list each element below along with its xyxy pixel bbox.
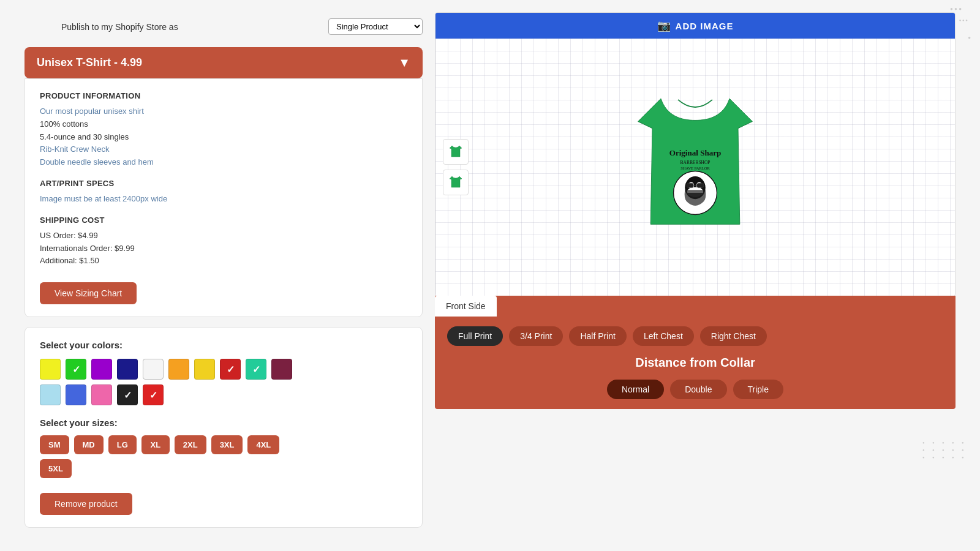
left-panel: Publish to my Shopify Store as Single Pr… [24,12,423,538]
right-panel: 📷 ADD IMAGE [435,12,956,538]
color-swatch-darkred[interactable]: ✓ [143,384,164,405]
product-info-neck: Rib-Knit Crew Neck [40,143,407,156]
front-thumb-tshirt-icon [447,143,464,160]
normal-distance-button[interactable]: Normal [607,380,664,399]
color-swatch-goldenrod[interactable] [194,359,215,380]
shipping-additional: Additional: $1.50 [40,255,407,268]
color-swatches-row-1: ✓ ✓ ✓ [40,359,407,380]
art-print-section: ART/PRINT SPECS Image must be at least 2… [40,179,407,206]
color-swatch-red[interactable]: ✓ [220,359,241,380]
print-options-row: Full Print 3/4 Print Half Print Left Che… [447,326,943,346]
size-md[interactable]: MD [74,435,104,454]
three-quarter-print-button[interactable]: 3/4 Print [509,326,563,346]
add-image-label: ADD IMAGE [676,21,734,31]
check-icon-teal: ✓ [252,364,260,375]
decorative-dots-2: ● ● ● [959,18,968,22]
decorative-dots-3: ● [968,31,971,42]
side-thumbnails [443,139,469,195]
art-print-specs-text: Image must be at least 2400px wide [40,193,407,206]
svg-text:Original Sharp: Original Sharp [669,148,721,157]
check-icon-black: ✓ [124,389,132,401]
svg-rect-9 [687,183,693,187]
publish-label: Publish to my Shopify Store as [61,22,178,32]
tshirt-canvas: Original Sharp BARBERSHOP SHAVE PARLOR [435,39,955,296]
color-swatch-lightblue[interactable] [40,384,61,405]
remove-product-button[interactable]: Remove product [40,493,132,515]
product-info-needle: Double needle sleeves and hem [40,156,407,169]
check-icon: ✓ [72,364,80,375]
svg-rect-0 [693,99,697,104]
triple-distance-button[interactable]: Triple [733,380,784,399]
publish-row: Publish to my Shopify Store as Single Pr… [24,12,423,47]
product-info-card: PRODUCT INFORMATION Our most popular uni… [24,78,423,317]
svg-text:SHAVE PARLOR: SHAVE PARLOR [680,166,710,170]
product-info-popular: Our most popular unisex shirt [40,105,407,118]
color-swatch-pink[interactable] [91,384,112,405]
size-5xl[interactable]: 5XL [40,459,72,478]
color-swatch-navy[interactable] [117,359,138,380]
product-accordion-title: Unisex T-Shirt - 4.99 [37,56,142,69]
color-swatch-black[interactable]: ✓ [117,384,138,405]
size-sm[interactable]: SM [40,435,69,454]
controls-area: Front Side Full Print 3/4 Print Half Pri… [435,296,956,409]
svg-text:BARBERSHOP: BARBERSHOP [680,160,710,165]
color-swatch-purple[interactable] [91,359,112,380]
product-type-select[interactable]: Single Product Multiple Products [328,18,423,35]
color-swatch-maroon[interactable] [271,359,292,380]
canvas-container: 📷 ADD IMAGE [435,12,956,296]
size-4xl[interactable]: 4XL [247,435,279,454]
right-chest-button[interactable]: Right Chest [700,326,767,346]
svg-rect-10 [697,183,704,187]
distance-options-row: Normal Double Triple [447,380,943,399]
color-swatch-green[interactable]: ✓ [66,359,86,380]
full-print-button[interactable]: Full Print [447,326,503,346]
back-thumb-tshirt-icon [447,174,464,191]
product-info-title: PRODUCT INFORMATION [40,91,407,100]
product-info-cotton: 100% cottons [40,118,407,131]
sizes-title: Select your sizes: [40,418,407,428]
color-swatch-blue[interactable] [66,384,86,405]
front-thumb[interactable] [443,139,469,165]
size-lg[interactable]: LG [108,435,137,454]
tabs-container: Front Side [435,296,956,317]
sizes-row-2: 5XL [40,459,407,478]
size-3xl[interactable]: 3XL [211,435,243,454]
art-print-title: ART/PRINT SPECS [40,179,407,188]
distance-title: Distance from Collar [447,356,943,370]
product-information-section: PRODUCT INFORMATION Our most popular uni… [40,91,407,169]
shipping-section: SHIPPING COST US Order: $4.99 Internatio… [40,216,407,268]
front-side-tab[interactable]: Front Side [446,301,486,311]
size-xl[interactable]: XL [141,435,170,454]
product-accordion-header[interactable]: Unisex T-Shirt - 4.99 ▼ [24,47,423,78]
color-swatch-orange[interactable] [168,359,189,380]
bottom-controls: Full Print 3/4 Print Half Print Left Che… [435,317,956,409]
size-2xl[interactable]: 2XL [175,435,206,454]
colors-title: Select your colors: [40,340,407,350]
view-sizing-chart-button[interactable]: View Sizing Chart [40,282,137,304]
check-icon-darkred: ✓ [149,389,157,401]
tshirt-preview: Original Sharp BARBERSHOP SHAVE PARLOR [609,75,781,259]
color-swatch-teal[interactable]: ✓ [246,359,266,380]
shipping-title: SHIPPING COST [40,216,407,225]
double-distance-button[interactable]: Double [670,380,726,399]
color-swatch-white[interactable] [143,359,164,380]
add-image-bar[interactable]: 📷 ADD IMAGE [435,13,955,39]
colors-card: Select your colors: ✓ [24,327,423,528]
chevron-down-icon: ▼ [398,56,410,70]
back-thumb[interactable] [443,170,469,195]
shipping-international: Internationals Order: $9.99 [40,242,407,255]
decorative-dots-br: ● ● ● ● ● ● ● ● ● ● ● ● ● ● ● [922,441,968,459]
camera-icon: 📷 [657,19,671,32]
color-swatch-yellow[interactable] [40,359,61,380]
sizes-row: SM MD LG XL 2XL 3XL 4XL [40,435,407,454]
decorative-dots-top: ● ● ● [950,6,962,12]
shipping-us: US Order: $4.99 [40,230,407,242]
half-print-button[interactable]: Half Print [569,326,627,346]
color-swatches-row-2: ✓ ✓ [40,384,407,405]
product-info-ounce: 5.4-ounce and 30 singles [40,131,407,144]
left-chest-button[interactable]: Left Chest [633,326,694,346]
check-icon-red: ✓ [227,364,235,375]
